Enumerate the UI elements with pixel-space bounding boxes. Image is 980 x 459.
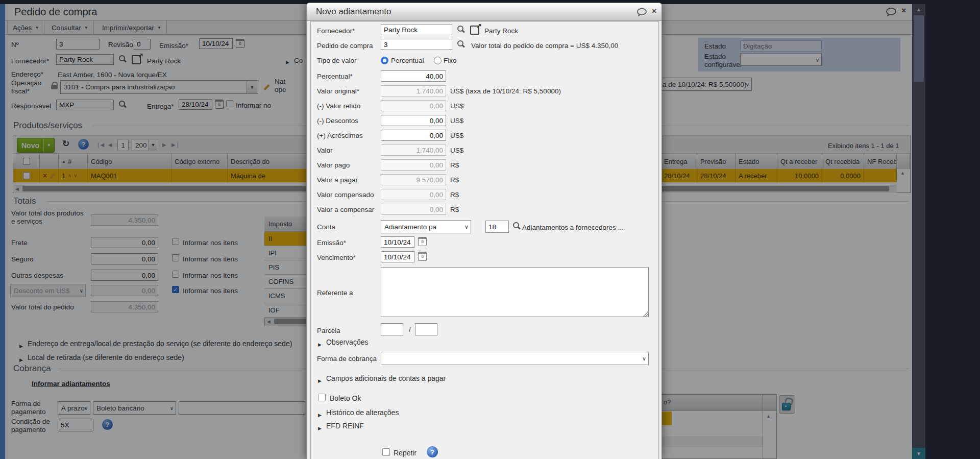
search-icon[interactable]	[457, 26, 465, 33]
m-valor-original-label: Valor original*	[317, 87, 359, 95]
m-percentual-label: Percentual*	[317, 73, 353, 80]
chevron-down-icon: ∨	[464, 224, 469, 230]
m-valor-pago-suffix: R$	[450, 161, 459, 169]
tipo-percentual-radio[interactable]	[381, 57, 388, 64]
m-pedido-note: Valor total do pedido de compra = US$ 4.…	[471, 42, 618, 50]
m-descontos-suffix: US$	[450, 117, 463, 125]
m-valor-retido-label: (-) Valor retido	[317, 102, 360, 110]
collapse-arrow-icon[interactable]	[318, 375, 322, 384]
tipo-fixo-radio[interactable]	[434, 57, 442, 64]
m-conta-note: Adiantamentos a fornecedores ...	[522, 224, 624, 231]
m-repetir-label[interactable]: Repetir	[394, 449, 416, 457]
m-conta-select[interactable]: Adiantamento pa ∨	[381, 220, 471, 233]
m-conta-codigo-input[interactable]	[485, 221, 509, 233]
m-valor-a-pagar-label: Valor a pagar	[317, 176, 358, 184]
m-referente-label: Referente a	[317, 289, 353, 297]
m-valor-label: Valor	[317, 147, 333, 154]
m-valor-compensado-suffix: R$	[450, 191, 459, 199]
m-vencimento-input[interactable]	[381, 251, 414, 262]
m-emissao-label: Emissão*	[317, 239, 346, 247]
dialog-comments-icon[interactable]	[636, 8, 647, 16]
search-icon[interactable]	[457, 40, 465, 48]
m-acrescimos-label: (+) Acréscimos	[317, 132, 363, 139]
m-fornecedor-input[interactable]	[381, 24, 452, 35]
m-valor-a-compensar-label: Valor a compensar	[317, 206, 374, 213]
m-boleto-ok-label[interactable]: Boleto Ok	[330, 394, 361, 402]
external-link-icon[interactable]	[470, 26, 479, 35]
novo-adiantamento-dialog: Novo adiantamento × Fornecedor* Party Ro…	[306, 3, 662, 459]
m-valor-original-input	[381, 85, 446, 96]
tipo-fixo-label[interactable]: Fixo	[444, 57, 457, 64]
m-valor-suffix: US$	[450, 147, 463, 154]
m-percentual-input[interactable]	[381, 70, 446, 82]
dialog-close-icon[interactable]: ×	[652, 7, 656, 15]
m-parcela-input-2[interactable]	[415, 323, 437, 335]
m-valor-retido-suffix: US$	[450, 102, 463, 110]
m-valor-a-pagar-input	[381, 174, 446, 185]
collapse-arrow-icon[interactable]	[318, 423, 322, 432]
m-pedido-label: Pedido de compra	[317, 42, 373, 50]
m-valor-input	[381, 144, 446, 156]
calendar-icon[interactable]	[418, 237, 427, 246]
m-emissao-input[interactable]	[381, 236, 414, 248]
tipo-percentual-label[interactable]: Percentual	[391, 57, 424, 64]
m-forma-cobranca-select[interactable]: ∨	[381, 352, 649, 365]
m-valor-a-pagar-suffix: R$	[450, 176, 459, 184]
dialog-title: Novo adiantamento	[316, 7, 391, 17]
m-valor-pago-label: Valor pago	[317, 161, 350, 169]
m-descontos-label: (-) Descontos	[317, 117, 358, 125]
m-boleto-ok-checkbox[interactable]	[318, 394, 326, 401]
m-campos-adicionais-collapsible[interactable]: Campos adicionais de contas a pagar	[326, 374, 446, 382]
m-valor-a-compensar-input	[381, 204, 446, 215]
m-fornecedor-label: Fornecedor*	[317, 27, 355, 35]
m-efd-reinf-collapsible[interactable]: EFD REINF	[326, 422, 364, 430]
m-pedido-input[interactable]	[381, 39, 452, 50]
m-conta-label: Conta	[317, 223, 335, 231]
collapse-arrow-icon[interactable]	[318, 409, 322, 419]
collapse-arrow-icon[interactable]	[318, 339, 322, 348]
m-forma-cobranca-label: Forma de cobrança	[317, 355, 377, 363]
m-referente-textarea[interactable]	[381, 267, 649, 317]
m-acrescimos-suffix: US$	[450, 132, 463, 139]
screen: Pedido de compra × Ações▼ Consultar▼ Imp…	[0, 0, 980, 459]
m-valor-compensado-input	[381, 189, 446, 200]
m-valor-retido-input	[381, 100, 446, 111]
search-icon[interactable]	[513, 222, 521, 230]
m-observacoes-collapsible[interactable]: Observações	[326, 338, 368, 346]
m-valor-compensado-label: Valor compensado	[317, 191, 374, 199]
m-valor-original-suffix: US$ (taxa de 10/10/24: R$ 5,50000)	[450, 87, 561, 95]
m-historico-collapsible[interactable]: Histórico de alterações	[326, 408, 399, 417]
m-tipo-label: Tipo de valor	[317, 57, 357, 64]
m-vencimento-label: Vencimento*	[317, 254, 356, 261]
m-conta-select-value: Adiantamento pa	[384, 223, 436, 231]
calendar-icon[interactable]	[418, 252, 427, 261]
m-repetir-checkbox[interactable]	[382, 448, 390, 456]
m-valor-pago-input	[381, 159, 446, 171]
m-parcela-input-1[interactable]	[381, 323, 403, 335]
ch evron-down-icon: ∨	[642, 355, 646, 362]
m-parcela-label: Parcela	[317, 327, 340, 334]
resize-grip-icon[interactable]	[643, 311, 648, 317]
m-descontos-input[interactable]	[381, 115, 446, 126]
help-icon[interactable]: ?	[427, 446, 438, 457]
m-valor-a-compensar-suffix: R$	[450, 206, 459, 213]
m-acrescimos-input[interactable]	[381, 130, 446, 141]
m-parcela-separator: /	[409, 326, 411, 333]
m-fornecedor-link-text[interactable]: Party Rock	[484, 27, 518, 35]
